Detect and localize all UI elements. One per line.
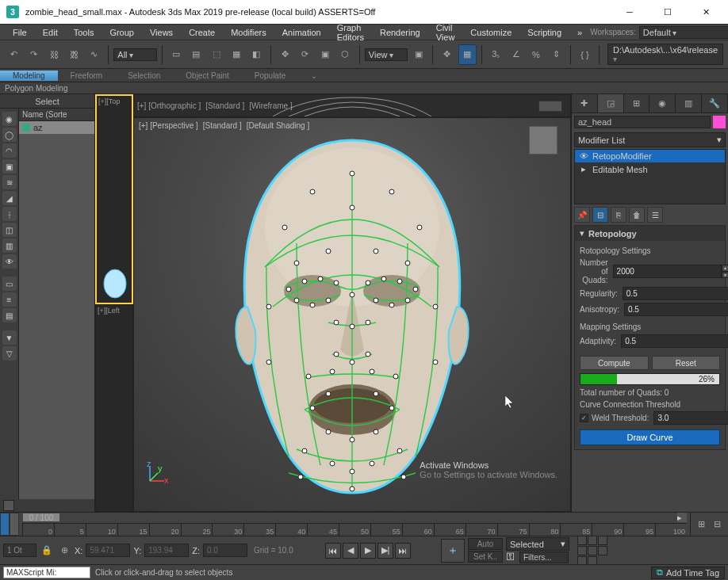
- time-ruler[interactable]: 0510152025303540455055606570758085909510…: [22, 523, 687, 536]
- maximize-button[interactable]: ☐: [652, 2, 684, 21]
- selection-lock-icon[interactable]: ⊕: [57, 544, 71, 558]
- viewport-left[interactable]: [+][Left: [95, 304, 133, 513]
- spin-up[interactable]: ▲: [722, 265, 728, 272]
- rotate-button[interactable]: ⟳: [296, 44, 314, 65]
- scene-row[interactable]: az: [19, 121, 94, 134]
- filter-lights-icon[interactable]: ◠: [2, 143, 17, 158]
- set-key-big-button[interactable]: ＋: [441, 539, 465, 563]
- ref-coord-dropdown[interactable]: View ▾: [365, 48, 408, 61]
- object-color-button[interactable]: [713, 116, 726, 128]
- scene-col-name[interactable]: Name (Sorte: [19, 109, 94, 121]
- remove-modifier-button[interactable]: 🗑: [629, 207, 645, 223]
- goto-end-button[interactable]: ⏭: [395, 543, 411, 559]
- main-label-1[interactable]: [+] [Perspective ]: [139, 121, 198, 130]
- unlink-button[interactable]: ⛓̸: [65, 44, 83, 65]
- modifier-retopo[interactable]: 👁 RetopoModifier: [575, 150, 725, 162]
- link-button[interactable]: ⛓: [45, 44, 63, 65]
- compute-button[interactable]: Compute: [580, 356, 649, 370]
- manipulate-button[interactable]: ✥: [438, 44, 456, 65]
- filter-geometry-icon[interactable]: ◉: [2, 112, 17, 126]
- object-name-field[interactable]: [574, 116, 711, 128]
- display-none-icon[interactable]: ▭: [2, 277, 17, 291]
- nav-zoom-button[interactable]: [588, 536, 597, 545]
- configure-sets-button[interactable]: ☰: [647, 207, 663, 223]
- lock-icon[interactable]: 🔒: [40, 544, 54, 558]
- viewport-perspective[interactable]: [+] [Perspective ] [Standard ] [Default …: [133, 117, 571, 512]
- key-target-dropdown[interactable]: Selected▾: [506, 537, 569, 551]
- prev-frame-button[interactable]: ◀: [343, 543, 358, 559]
- tab-modify[interactable]: ◲: [598, 94, 624, 113]
- viewcube[interactable]: [529, 126, 557, 155]
- pin-stack-button[interactable]: 📌: [574, 207, 590, 223]
- viewport-top[interactable]: [+][Top: [95, 94, 133, 304]
- menu-group[interactable]: Group: [102, 26, 142, 39]
- menu-rendering[interactable]: Rendering: [372, 26, 428, 39]
- x-field[interactable]: 59.471: [86, 544, 130, 557]
- modifier-list-dropdown[interactable]: Modifier List▾: [574, 132, 726, 147]
- close-button[interactable]: ✕: [690, 2, 722, 21]
- timeline-config-1[interactable]: ⊞: [695, 517, 709, 532]
- key-filters-button[interactable]: Filters...: [519, 551, 569, 563]
- num-quads-field[interactable]: [613, 265, 722, 278]
- snap-button[interactable]: 3ₛ: [487, 44, 505, 65]
- scene-expand-button[interactable]: [3, 500, 14, 511]
- make-unique-button[interactable]: ⎘: [611, 207, 626, 223]
- workspaces-dropdown[interactable]: Default ▾: [639, 26, 728, 39]
- weld-field[interactable]: [653, 411, 728, 425]
- modifier-stack[interactable]: 👁 RetopoModifier ▸ Editable Mesh: [574, 149, 726, 204]
- tab-utilities[interactable]: 🔧: [702, 94, 728, 113]
- frame-field[interactable]: 1 Ot: [3, 544, 36, 557]
- key-filters-icon[interactable]: ⚿: [506, 551, 519, 563]
- select-region-button[interactable]: ⬚: [207, 44, 225, 65]
- time-slider[interactable]: 0 / 100: [22, 513, 60, 522]
- ribbon-modeling[interactable]: Modeling: [0, 71, 58, 81]
- y-field[interactable]: 193.94: [144, 544, 189, 557]
- nav-zoom-ext-button[interactable]: [598, 546, 607, 555]
- keyboard-shortcut-button[interactable]: ▦: [458, 44, 477, 65]
- filter-frozen-icon[interactable]: ▥: [2, 238, 17, 253]
- menu-tools[interactable]: Tools: [66, 26, 102, 39]
- scale-button[interactable]: ▣: [316, 44, 334, 65]
- show-end-result-button[interactable]: ⊟: [592, 207, 608, 223]
- use-center-button[interactable]: ▣: [409, 44, 427, 65]
- tab-create[interactable]: ✚: [572, 94, 598, 113]
- selection-filter-dropdown[interactable]: All ▾: [113, 48, 156, 61]
- expand-icon[interactable]: ▸: [578, 164, 589, 174]
- ribbon-populate[interactable]: Populate: [242, 71, 298, 81]
- slider-end[interactable]: ▸: [677, 513, 687, 522]
- display-list-icon[interactable]: ≡: [2, 292, 17, 307]
- z-field[interactable]: 0.0: [203, 544, 247, 557]
- nav-zoom-all-button[interactable]: [588, 546, 597, 555]
- angle-snap-button[interactable]: ∠: [507, 44, 525, 65]
- placement-button[interactable]: ⬡: [336, 44, 354, 65]
- eye-icon[interactable]: 👁: [578, 151, 589, 161]
- ribbon-object-paint[interactable]: Object Paint: [173, 71, 241, 81]
- set-key-button[interactable]: Set K..: [468, 551, 503, 563]
- filter-helpers-icon[interactable]: ≋: [2, 175, 17, 189]
- menu-help-icon[interactable]: »: [569, 26, 590, 39]
- display-tree-icon[interactable]: ▤: [2, 308, 17, 322]
- tab-hierarchy[interactable]: ⊞: [624, 94, 650, 113]
- nav-fov-button[interactable]: [577, 546, 587, 555]
- ribbon-expand[interactable]: ⌄: [298, 71, 330, 81]
- add-time-tag-button[interactable]: ⧉ Add Time Tag: [651, 567, 725, 579]
- tab-motion[interactable]: ◉: [649, 94, 676, 113]
- menu-edit[interactable]: Edit: [35, 26, 66, 39]
- ribbon-freeform[interactable]: Freeform: [58, 71, 116, 81]
- tab-display[interactable]: ▥: [676, 94, 702, 113]
- reset-button[interactable]: Reset: [652, 356, 721, 370]
- percent-snap-button[interactable]: %: [527, 44, 545, 65]
- move-button[interactable]: ✥: [276, 44, 294, 65]
- sort-icon[interactable]: ▼: [2, 330, 17, 345]
- anisotropy-field[interactable]: [624, 303, 728, 316]
- viewport-strip[interactable]: [+] [Orthographic ] [Standard ] [Wirefra…: [133, 94, 571, 117]
- menu-file[interactable]: File: [5, 26, 35, 39]
- head-model[interactable]: [209, 124, 495, 505]
- strip-viewcube[interactable]: [538, 101, 562, 112]
- bind-button[interactable]: ∿: [85, 44, 103, 65]
- track-toggle-2[interactable]: [10, 513, 19, 536]
- key-prev-button[interactable]: [417, 543, 430, 550]
- regularity-field[interactable]: [623, 287, 728, 300]
- edit-selection-button[interactable]: { }: [576, 44, 594, 65]
- window-crossing-button[interactable]: ▦: [227, 44, 245, 65]
